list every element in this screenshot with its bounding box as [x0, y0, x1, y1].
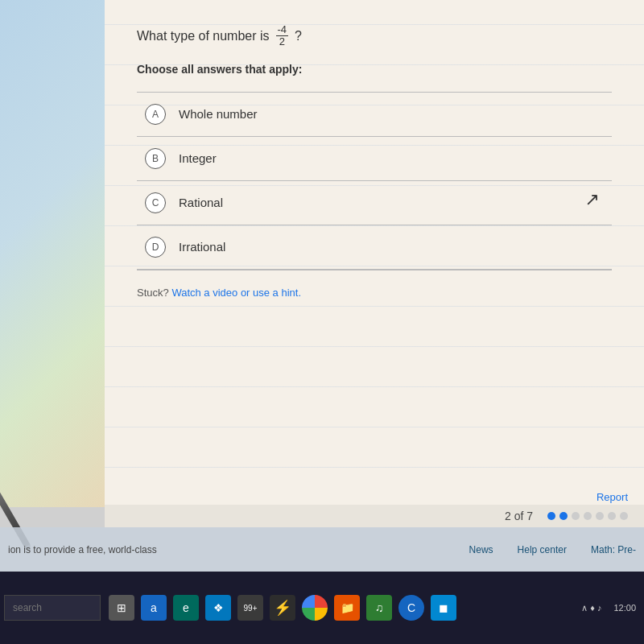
option-d-circle: D [145, 237, 166, 258]
cursor-arrow: ↖ [585, 189, 600, 210]
taskbar-right: ∧ ♦ ♪ 12:00 [581, 603, 644, 613]
fraction-denominator: 2 [278, 36, 287, 47]
stuck-text: Stuck? [137, 287, 169, 299]
dot-3 [572, 512, 580, 520]
amazon-icon[interactable]: a [141, 595, 167, 621]
report-link[interactable]: Report [597, 491, 628, 503]
news-link[interactable]: News [469, 544, 493, 555]
dot-5 [596, 512, 604, 520]
option-b-label: Integer [179, 151, 217, 165]
fraction-numerator: -4 [276, 24, 289, 36]
option-a-circle: A [145, 104, 166, 125]
browser-99-icon[interactable]: 99+ [237, 595, 263, 621]
bottom-text-left: ion is to provide a free, world-class [8, 544, 453, 555]
screen: What type of number is -4 2 ? Choose all… [0, 0, 644, 644]
question-prefix: What type of number is [137, 29, 270, 43]
quiz-panel: What type of number is -4 2 ? Choose all… [105, 0, 644, 507]
search-input[interactable] [4, 595, 101, 621]
stuck-area: Stuck? Watch a video or use a hint. [137, 287, 612, 299]
question-suffix: ? [295, 29, 302, 43]
chrome-icon[interactable] [302, 595, 328, 621]
spotify-icon[interactable]: ♫ [366, 595, 392, 621]
math-link[interactable]: Math: Pre- [591, 544, 636, 555]
bolt-icon[interactable]: ⚡ [270, 595, 295, 621]
option-d-label: Irrational [179, 240, 225, 254]
clock: 12:00 [613, 603, 636, 613]
dot-4 [584, 512, 592, 520]
question-text: What type of number is -4 2 ? [137, 24, 612, 48]
bottom-divider [137, 270, 612, 270]
option-b[interactable]: B Integer [137, 137, 612, 181]
progress-bar-area: 2 of 7 [105, 505, 644, 527]
fraction: -4 2 [276, 24, 289, 48]
bottom-bar: ion is to provide a free, world-class Ne… [0, 527, 644, 572]
bottom-links: News Help center Math: Pre- [469, 544, 636, 555]
option-a-label: Whole number [179, 107, 258, 121]
help-center-link[interactable]: Help center [518, 544, 567, 555]
taskbar: ⊞ a e ❖ 99+ ⚡ 📁 ♫ C ◼ ∧ ♦ ♪ 12:00 [0, 572, 644, 644]
dot-6 [608, 512, 616, 520]
taskbar-icons: ⊞ a e ❖ 99+ ⚡ 📁 ♫ C ◼ [109, 595, 456, 621]
camera-icon[interactable]: C [398, 595, 424, 621]
hint-link[interactable]: Watch a video or use a hint. [171, 287, 301, 299]
progress-text: 2 of 7 [505, 510, 533, 522]
progress-dots [547, 512, 628, 520]
option-d[interactable]: D Irrational [137, 225, 612, 270]
option-c-circle: C [145, 192, 166, 213]
instructions: Choose all answers that apply: [137, 63, 612, 76]
left-background [0, 0, 105, 507]
explorer-icon[interactable]: ◼ [431, 595, 456, 621]
option-b-circle: B [145, 148, 166, 169]
folder-icon[interactable]: 📁 [334, 595, 360, 621]
option-c-label: Rational [179, 196, 223, 209]
option-c[interactable]: C Rational [137, 181, 612, 225]
task-view-icon[interactable]: ⊞ [109, 595, 134, 621]
system-tray: ∧ ♦ ♪ [581, 603, 601, 613]
edge-icon[interactable]: e [173, 595, 199, 621]
dot-2 [559, 512, 568, 520]
dot-1 [547, 512, 555, 520]
option-a[interactable]: A Whole number [137, 93, 612, 137]
dropbox-icon[interactable]: ❖ [205, 595, 231, 621]
question-area: What type of number is -4 2 ? Choose all… [137, 24, 612, 76]
dot-7 [620, 512, 628, 520]
